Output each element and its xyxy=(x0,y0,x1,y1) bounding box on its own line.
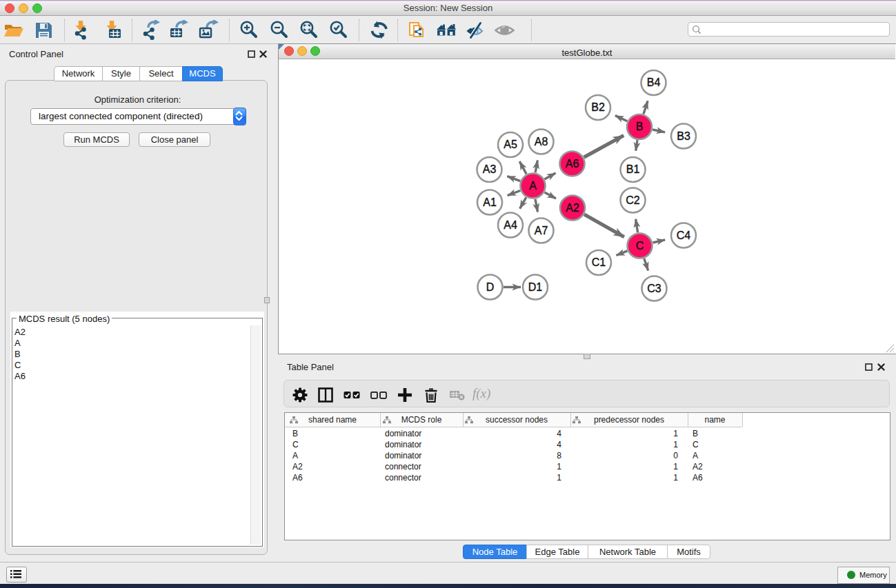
svg-text:A1: A1 xyxy=(483,196,497,208)
svg-text:C: C xyxy=(636,240,644,252)
svg-text:B2: B2 xyxy=(591,101,605,113)
svg-text:A5: A5 xyxy=(504,139,517,150)
svg-text:A: A xyxy=(529,180,537,192)
svg-text:D1: D1 xyxy=(528,281,543,293)
svg-text:A7: A7 xyxy=(535,225,548,236)
svg-text:C1: C1 xyxy=(592,256,606,268)
svg-text:A8: A8 xyxy=(535,136,548,148)
svg-text:C2: C2 xyxy=(626,194,640,206)
svg-text:C3: C3 xyxy=(647,283,661,294)
svg-text:B: B xyxy=(636,121,644,132)
svg-text:B3: B3 xyxy=(677,130,690,142)
svg-text:A4: A4 xyxy=(504,219,517,231)
svg-text:B1: B1 xyxy=(626,163,640,175)
svg-text:A6: A6 xyxy=(566,158,579,170)
svg-text:D: D xyxy=(486,281,495,293)
svg-text:B4: B4 xyxy=(647,77,661,88)
svg-text:A2: A2 xyxy=(566,202,579,214)
svg-text:A3: A3 xyxy=(483,163,497,175)
svg-text:C4: C4 xyxy=(677,230,691,241)
